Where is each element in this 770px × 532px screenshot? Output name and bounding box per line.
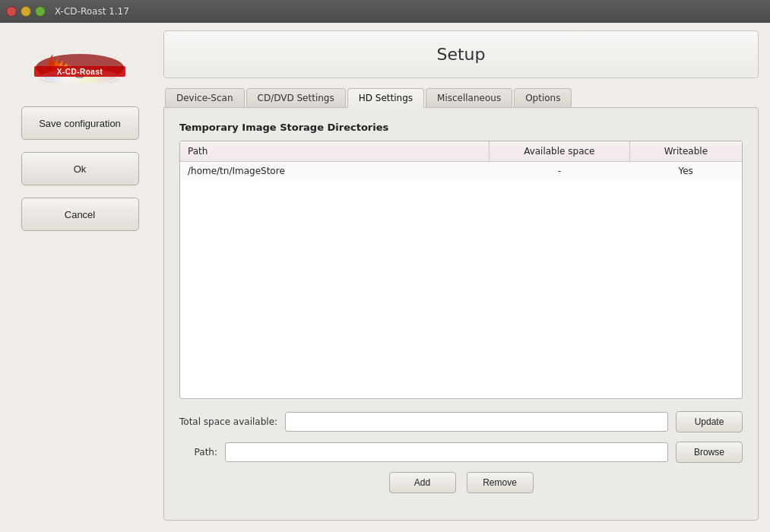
path-input-row: Path: Browse (179, 442, 743, 463)
tab-options[interactable]: Options (514, 88, 572, 108)
storage-table-body: /home/tn/ImageStore - Yes (180, 162, 742, 181)
storage-table-wrapper: Path Available space Writeable /home/tn/… (179, 141, 743, 399)
add-button[interactable]: Add (389, 472, 456, 493)
tab-miscellaneous[interactable]: Miscellaneous (426, 88, 512, 108)
header-title: Setup (163, 30, 759, 78)
save-configuration-button[interactable]: Save configuration (21, 106, 139, 140)
table-header-row: Path Available space Writeable (180, 141, 742, 162)
close-button[interactable] (6, 6, 17, 17)
minimize-button[interactable] (21, 6, 31, 17)
col-header-writeable: Writeable (629, 141, 742, 162)
section-title: Temporary Image Storage Directories (179, 122, 743, 133)
logo-image: X-CD-Roast (27, 39, 133, 83)
path-input[interactable] (225, 442, 668, 462)
ok-button[interactable]: Ok (21, 152, 139, 185)
logo: X-CD-Roast (27, 38, 133, 84)
tab-panel-hd-settings: Temporary Image Storage Directories Path… (163, 107, 759, 521)
path-label: Path: (179, 447, 217, 458)
table-row[interactable]: /home/tn/ImageStore - Yes (180, 162, 742, 181)
total-space-input[interactable] (285, 412, 668, 432)
svg-text:X-CD-Roast: X-CD-Roast (57, 68, 103, 76)
tab-cd-dvd-settings[interactable]: CD/DVD Settings (246, 88, 346, 108)
total-space-label: Total space available: (179, 416, 277, 427)
add-remove-row: Add Remove (179, 472, 743, 493)
cancel-button[interactable]: Cancel (21, 198, 139, 231)
main-area: Setup Device-Scan CD/DVD Settings HD Set… (160, 23, 770, 532)
update-button[interactable]: Update (676, 411, 743, 432)
window-body: X-CD-Roast Save configuration Ok Cancel … (0, 23, 770, 532)
main-window: X-CD-Roast 1.17 (0, 0, 770, 532)
window-controls (6, 6, 46, 17)
tab-device-scan[interactable]: Device-Scan (165, 88, 245, 108)
controls-section: Total space available: Update Path: Brow… (179, 411, 743, 493)
titlebar: X-CD-Roast 1.17 (0, 0, 770, 23)
cell-path: /home/tn/ImageStore (180, 162, 489, 181)
remove-button[interactable]: Remove (467, 472, 534, 493)
cell-writeable: Yes (629, 162, 742, 181)
tab-hd-settings[interactable]: HD Settings (347, 88, 424, 108)
col-header-available-space: Available space (489, 141, 629, 162)
total-space-row: Total space available: Update (179, 411, 743, 432)
sidebar: X-CD-Roast Save configuration Ok Cancel (0, 23, 160, 532)
col-header-path: Path (180, 141, 489, 162)
cell-available-space: - (489, 162, 629, 181)
window-title: X-CD-Roast 1.17 (55, 6, 129, 17)
tabs-row: Device-Scan CD/DVD Settings HD Settings … (163, 87, 759, 107)
storage-table: Path Available space Writeable /home/tn/… (180, 141, 742, 180)
browse-button[interactable]: Browse (676, 442, 743, 463)
maximize-button[interactable] (35, 6, 46, 17)
